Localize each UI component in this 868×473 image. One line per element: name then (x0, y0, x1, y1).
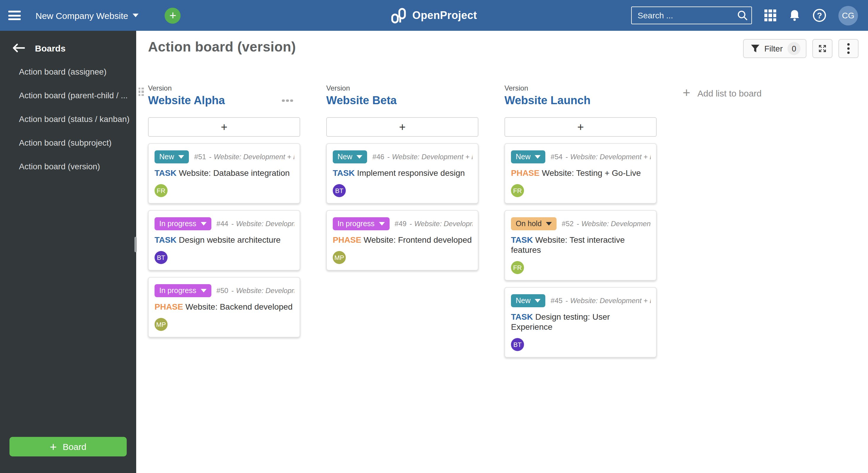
work-package-card[interactable]: New #51 - Website: Development + R… TASK… (148, 143, 300, 203)
assignee-avatar: FR (155, 184, 167, 197)
grid-icon (764, 9, 776, 21)
assignee-avatar: MP (333, 251, 346, 264)
caret-down-icon (535, 155, 540, 159)
global-add-button[interactable]: + (165, 7, 181, 23)
status-dropdown[interactable]: New (511, 294, 545, 307)
arrow-left-icon (12, 43, 25, 53)
main-content: Action board (version) Filter 0 (136, 31, 868, 473)
assignee-avatar: MP (155, 318, 167, 331)
work-package-type: PHASE (333, 235, 361, 245)
work-package-card[interactable]: New #45 - Website: Development + R… TASK… (504, 287, 657, 357)
project-selector[interactable]: New Company Website (33, 10, 141, 21)
plus-icon: + (683, 87, 690, 99)
caret-down-icon (200, 289, 206, 292)
assignee-avatar: FR (511, 184, 524, 197)
board-list-website-alpha: Version Website Alpha + New #51 - Websit… (148, 84, 300, 338)
status-dropdown[interactable]: New (333, 150, 367, 163)
sidebar-item-action-board-status-kanban[interactable]: Action board (status / kanban) (0, 107, 136, 131)
work-package-id: #46 (372, 153, 384, 161)
work-package-card[interactable]: In progress #44 - Website: Developm… TAS… (148, 210, 300, 271)
list-title[interactable]: Website Alpha (148, 94, 225, 107)
assignee-avatar: BT (511, 338, 524, 351)
add-card-button[interactable]: + (148, 117, 300, 137)
work-package-id: #49 (395, 220, 406, 228)
work-package-type: TASK (155, 168, 177, 178)
fullscreen-button[interactable] (812, 39, 833, 58)
hamburger-menu-button[interactable] (8, 8, 23, 23)
sidebar-resize-handle[interactable] (134, 237, 137, 252)
work-package-type: PHASE (511, 168, 539, 178)
work-package-card[interactable]: New #46 - Website: Development + R… TASK… (326, 143, 478, 203)
status-dropdown[interactable]: New (155, 150, 189, 163)
assignee-avatar: FR (511, 261, 524, 274)
work-package-type: TASK (511, 235, 533, 245)
work-package-id: #50 (216, 286, 228, 295)
list-title[interactable]: Website Beta (326, 94, 397, 107)
project-name-label: Website: Development + R… (214, 153, 294, 161)
top-header: New Company Website + OpenProject (0, 0, 868, 31)
sidebar-item-action-board-subproject[interactable]: Action board (subproject) (0, 131, 136, 155)
search-input[interactable] (631, 6, 752, 24)
project-name-label: Website: Developm… (414, 220, 472, 228)
caret-down-icon (133, 13, 139, 17)
user-avatar[interactable]: CG (838, 6, 858, 25)
sidebar: Boards Action board (assignee) Action bo… (0, 31, 136, 473)
filter-button[interactable]: Filter 0 (743, 39, 806, 58)
work-package-card[interactable]: In progress #50 - Website: Developm… PHA… (148, 277, 300, 338)
sidebar-item-action-board-assignee[interactable]: Action board (assignee) (0, 60, 136, 84)
caret-down-icon (356, 155, 362, 159)
caret-down-icon (200, 222, 206, 225)
modules-grid-button[interactable] (764, 9, 776, 21)
caret-down-icon (546, 222, 552, 225)
status-dropdown[interactable]: On hold (511, 217, 557, 230)
status-dropdown[interactable]: New (511, 150, 545, 163)
work-package-id: #44 (216, 220, 228, 228)
plus-icon: + (169, 8, 176, 23)
caret-down-icon (535, 299, 540, 303)
work-package-title: Website: Testing + Go-Live (542, 168, 641, 178)
list-type-label: Version (326, 84, 478, 93)
caret-down-icon (379, 222, 384, 225)
fullscreen-icon (819, 44, 826, 53)
sidebar-title: Boards (35, 43, 65, 53)
openproject-logo[interactable]: OpenProject (391, 0, 477, 31)
work-package-title: Website: Backend developed (185, 302, 292, 311)
plus-icon: + (50, 441, 57, 452)
project-name: New Company Website (35, 10, 128, 21)
search-icon (737, 10, 748, 21)
notifications-bell-button[interactable] (789, 9, 801, 22)
sidebar-item-action-board-version[interactable]: Action board (version) (0, 155, 136, 178)
project-name-label: Website: Developm… (236, 220, 294, 228)
add-card-button[interactable]: + (504, 117, 657, 137)
more-options-button[interactable] (838, 39, 859, 58)
drag-handle-icon[interactable] (138, 88, 144, 96)
add-board-button[interactable]: + Board (9, 437, 127, 456)
work-package-type: TASK (155, 235, 177, 245)
status-dropdown[interactable]: In progress (333, 217, 389, 230)
status-dropdown[interactable]: In progress (155, 284, 211, 297)
add-card-button[interactable]: + (326, 117, 478, 137)
question-mark-icon: ? (813, 9, 826, 22)
back-button[interactable] (12, 43, 25, 53)
caret-down-icon (178, 155, 184, 159)
work-package-card[interactable]: New #54 - Website: Development + R… PHAS… (504, 143, 657, 203)
work-package-type: TASK (333, 168, 355, 178)
add-list-button[interactable]: + Add list to board (683, 84, 762, 99)
page-title: Action board (version) (148, 39, 296, 55)
work-package-id: #45 (551, 296, 562, 305)
work-package-title: Design website architecture (179, 235, 281, 245)
list-type-label: Version (504, 84, 657, 93)
list-type-label: Version (148, 84, 300, 93)
sidebar-item-action-board-parent-child[interactable]: Action board (parent-child / ... (0, 84, 136, 107)
list-menu-button[interactable] (281, 97, 294, 104)
work-package-id: #51 (194, 153, 206, 161)
bell-icon (789, 9, 801, 22)
status-dropdown[interactable]: In progress (155, 217, 211, 230)
filter-funnel-icon (751, 44, 760, 53)
work-package-type: PHASE (155, 302, 183, 311)
list-title[interactable]: Website Launch (504, 94, 591, 107)
work-package-card[interactable]: In progress #49 - Website: Developm… PHA… (326, 210, 478, 271)
work-package-card[interactable]: On hold #52 - Website: Development… TASK… (504, 210, 657, 281)
help-button[interactable]: ? (813, 9, 826, 22)
board: Version Website Alpha + New #51 - Websit… (148, 84, 859, 357)
